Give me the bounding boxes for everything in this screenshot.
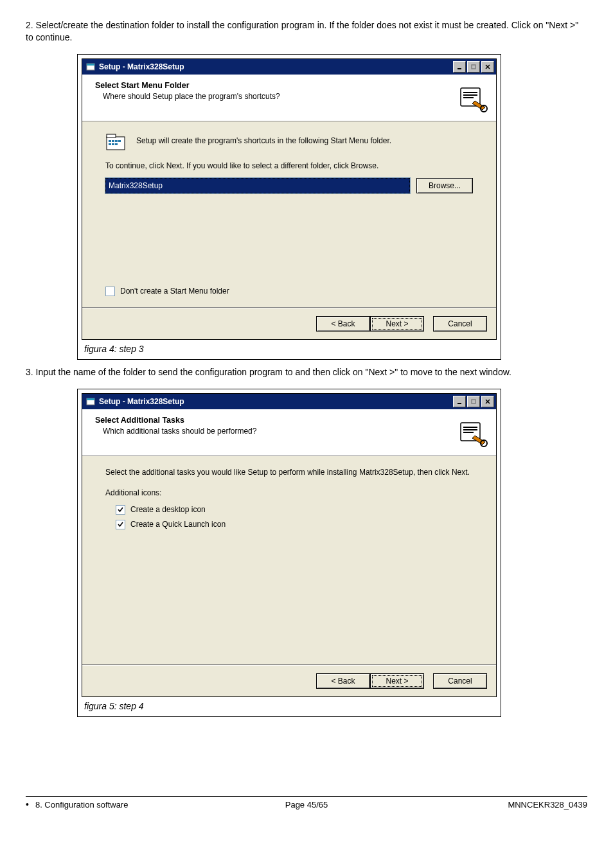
svg-rect-13 [115, 140, 118, 142]
startmenu-icon [105, 133, 127, 151]
opt-desktop-label: Create a desktop icon [130, 505, 206, 514]
wizard-header: Select Start Menu Folder Where should Se… [82, 75, 496, 121]
figure-4-frame: Setup - Matrix328Setup Select Start Menu… [77, 54, 501, 360]
close-button[interactable] [481, 396, 494, 407]
figure-5-frame: Setup - Matrix328Setup Select Additional… [77, 389, 501, 717]
paragraph-step3: 3. Input the name of the folder to send … [26, 366, 587, 378]
checkbox-unchecked-icon[interactable] [105, 287, 115, 296]
intro-text: Setup will create the program's shortcut… [136, 133, 473, 145]
svg-rect-7 [463, 97, 474, 98]
close-button[interactable] [481, 61, 494, 73]
titlebar[interactable]: Setup - Matrix328Setup [82, 59, 496, 75]
minimize-button[interactable] [453, 61, 466, 73]
minimize-button[interactable] [453, 396, 466, 407]
svg-rect-19 [87, 398, 94, 400]
svg-rect-25 [463, 432, 474, 433]
figure-5-caption: figura 5: step 4 [78, 698, 501, 713]
opt-desktop-row[interactable]: Create a desktop icon [116, 505, 473, 515]
window-title: Setup - Matrix328Setup [99, 62, 453, 71]
maximize-button[interactable] [467, 61, 480, 73]
svg-rect-21 [472, 400, 475, 403]
wizard-body: Select the additional tasks you would li… [82, 456, 496, 665]
opt-quicklaunch-row[interactable]: Create a Quick Launch icon [116, 520, 473, 529]
svg-rect-6 [463, 94, 477, 96]
svg-rect-17 [115, 143, 118, 145]
cancel-button[interactable]: Cancel [433, 673, 487, 689]
window-title: Setup - Matrix328Setup [99, 397, 453, 406]
dont-create-row[interactable]: Don't create a Start Menu folder [105, 287, 473, 296]
svg-rect-16 [112, 143, 114, 145]
setup-window-1: Setup - Matrix328Setup Select Start Menu… [82, 58, 497, 340]
svg-rect-23 [463, 427, 477, 428]
svg-rect-2 [458, 68, 461, 69]
opt-quicklaunch-label: Create a Quick Launch icon [130, 520, 226, 529]
svg-rect-3 [472, 65, 475, 69]
svg-rect-12 [112, 140, 114, 142]
back-button[interactable]: < Back [316, 673, 370, 689]
wizard-icon [456, 81, 488, 113]
svg-rect-5 [463, 92, 477, 93]
svg-rect-20 [458, 403, 461, 404]
help-text: To continue, click Next. If you would li… [105, 161, 473, 170]
svg-rect-10 [107, 134, 116, 137]
folder-input[interactable] [105, 178, 410, 193]
footer-page: Page 45/65 [213, 800, 400, 810]
section-label: Additional icons: [105, 488, 473, 497]
header-title: Select Start Menu Folder [95, 81, 456, 90]
back-button[interactable]: < Back [316, 316, 370, 332]
wizard-icon [456, 416, 488, 448]
footer-doc: MNNCEKR328_0439 [400, 800, 587, 810]
bullet-icon: • [26, 799, 29, 810]
footer-section: 8. Configuration software [35, 800, 129, 810]
wizard-header: Select Additional Tasks Which additional… [82, 409, 496, 456]
svg-rect-1 [87, 64, 94, 66]
cancel-button[interactable]: Cancel [433, 316, 487, 332]
svg-rect-15 [109, 143, 111, 145]
next-button[interactable]: Next > [370, 673, 424, 689]
wizard-body: Setup will create the program's shortcut… [82, 121, 496, 308]
app-icon [85, 62, 96, 72]
header-title: Select Additional Tasks [95, 416, 456, 425]
dont-create-label: Don't create a Start Menu folder [120, 287, 229, 296]
app-icon [85, 396, 96, 407]
svg-rect-14 [118, 140, 121, 142]
wizard-footer: < Back Next > Cancel [82, 308, 496, 339]
wizard-footer: < Back Next > Cancel [82, 665, 496, 696]
maximize-button[interactable] [467, 396, 480, 407]
next-button[interactable]: Next > [370, 316, 424, 332]
paragraph-step2: 2. Select/create the destination folder … [26, 19, 587, 44]
figure-4-caption: figura 4: step 3 [78, 341, 501, 355]
header-subtitle: Where should Setup place the program's s… [103, 92, 456, 101]
setup-window-2: Setup - Matrix328Setup Select Additional… [82, 393, 497, 697]
intro-text: Select the additional tasks you would li… [105, 468, 473, 477]
svg-rect-24 [463, 429, 477, 430]
svg-rect-11 [109, 140, 111, 142]
browse-button[interactable]: Browse... [416, 178, 473, 193]
header-subtitle: Which additional tasks should be perform… [103, 427, 456, 436]
titlebar[interactable]: Setup - Matrix328Setup [82, 394, 496, 409]
checkbox-checked-icon[interactable] [116, 505, 125, 515]
page-footer: • 8. Configuration software Page 45/65 M… [26, 796, 587, 810]
checkbox-checked-icon[interactable] [116, 520, 125, 529]
